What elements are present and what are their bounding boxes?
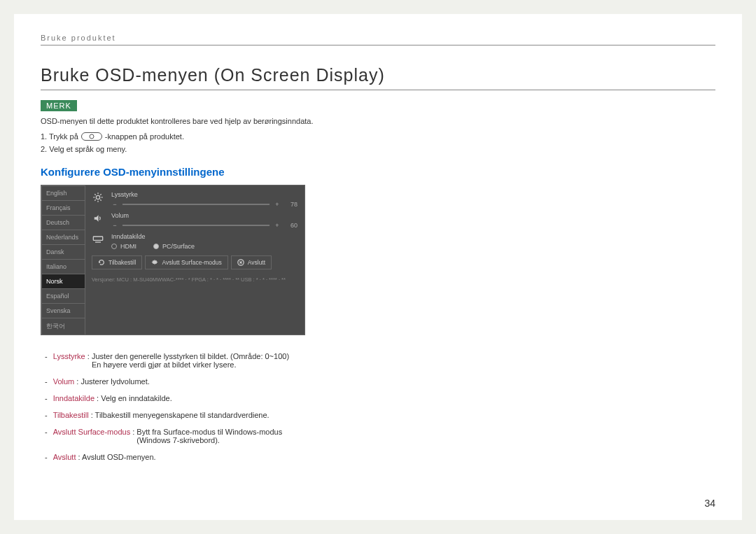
description-item: -Lysstyrke : Juster den generelle lyssty… xyxy=(41,352,715,369)
language-item[interactable]: Italiano xyxy=(41,259,85,274)
slider-track[interactable] xyxy=(122,225,270,226)
close-icon xyxy=(237,259,244,266)
svg-point-0 xyxy=(96,195,99,199)
language-item[interactable]: English xyxy=(41,185,85,201)
exit-surface-label: Avslutt Surface-modus xyxy=(162,259,221,266)
exit-label: Avslutt xyxy=(248,259,265,266)
input-label: Inndatakilde xyxy=(111,233,298,240)
dash: - xyxy=(45,352,48,369)
language-list: EnglishFrançaisDeutschNederlandsDanskIta… xyxy=(41,185,85,335)
page-number: 34 xyxy=(704,498,715,509)
exit-button[interactable]: Avslutt xyxy=(231,255,272,269)
svg-line-8 xyxy=(100,194,101,195)
osd-screenshot: EnglishFrançaisDeutschNederlandsDanskIta… xyxy=(41,185,305,335)
language-item[interactable]: Nederlands xyxy=(41,230,85,245)
language-item[interactable]: Français xyxy=(41,200,85,216)
volume-slider[interactable]: − + 60 xyxy=(111,222,298,229)
dash: - xyxy=(45,377,48,386)
section-header: Bruke produktet xyxy=(41,34,715,45)
dash: - xyxy=(45,428,48,444)
language-item[interactable]: Dansk xyxy=(41,244,85,260)
exit-surface-button[interactable]: Avslutt Surface-modus xyxy=(145,255,227,269)
reset-icon xyxy=(98,259,105,266)
minus-icon[interactable]: − xyxy=(111,201,118,208)
svg-rect-10 xyxy=(93,237,102,240)
volume-row: Volum − + 60 xyxy=(92,212,298,229)
radio-icon xyxy=(153,244,159,249)
svg-line-6 xyxy=(100,199,101,200)
brightness-value: 78 xyxy=(285,201,298,208)
brightness-icon xyxy=(92,191,104,204)
note-text: OSD-menyen til dette produktet kontrolle… xyxy=(41,117,715,125)
dash: - xyxy=(45,411,48,419)
note-badge: MERK xyxy=(41,100,77,111)
page-title: Bruke OSD-menyen (On Screen Display) xyxy=(41,65,715,90)
svg-line-5 xyxy=(94,194,95,195)
steps-list: 1. Trykk på -knappen på produktet. 2. Ve… xyxy=(41,132,715,153)
brightness-slider[interactable]: − + 78 xyxy=(111,201,298,208)
description-term: Inndatakilde xyxy=(53,394,97,402)
step-1-text-a: 1. Trykk på xyxy=(41,132,78,141)
description-list: -Lysstyrke : Juster den generelle lyssty… xyxy=(41,352,715,461)
language-item[interactable]: Español xyxy=(41,288,85,304)
gear-icon xyxy=(151,259,158,266)
description-term: Avslutt Surface-modus xyxy=(53,428,133,436)
volume-icon xyxy=(92,212,104,225)
description-body: Lysstyrke : Juster den generelle lysstyr… xyxy=(53,352,715,369)
input-row: Inndatakilde HDMI PC/Surface xyxy=(92,233,298,250)
radio-icon xyxy=(111,244,117,249)
reset-label: Tilbakestill xyxy=(108,259,136,266)
plus-icon[interactable]: + xyxy=(274,201,281,208)
svg-line-7 xyxy=(94,199,95,200)
language-item[interactable]: Svenska xyxy=(41,303,85,318)
version-text: Versjoner: MCU : M-SU40MWWAC-**** · * FP… xyxy=(92,276,298,283)
subsection-heading: Konfigurere OSD-menyinnstillingene xyxy=(41,166,715,178)
description-item: -Avslutt : Avslutt OSD-menyen. xyxy=(41,453,715,461)
input-hdmi[interactable]: HDMI xyxy=(111,243,136,250)
plus-icon[interactable]: + xyxy=(274,222,281,229)
volume-label: Volum xyxy=(111,212,298,219)
document-page: Bruke produktet Bruke OSD-menyen (On Scr… xyxy=(14,14,742,520)
product-button-icon xyxy=(81,132,102,141)
osd-controls: Lysstyrke − + 78 Volum − xyxy=(85,185,304,335)
description-item: -Volum : Justerer lydvolumet. xyxy=(41,377,715,386)
description-body: Tilbakestill : Tilbakestill menyegenskap… xyxy=(53,411,715,419)
volume-value: 60 xyxy=(285,222,298,229)
language-item[interactable]: 한국어 xyxy=(41,318,85,335)
description-item: -Avslutt Surface-modus : Bytt fra Surfac… xyxy=(41,428,715,444)
brightness-label: Lysstyrke xyxy=(111,191,298,198)
language-item[interactable]: Norsk xyxy=(41,274,85,289)
input-pcsurface[interactable]: PC/Surface xyxy=(153,243,195,250)
step-1-text-b: -knappen på produktet. xyxy=(105,132,184,141)
input-hdmi-label: HDMI xyxy=(120,243,136,250)
description-body: Inndatakilde : Velg en inndatakilde. xyxy=(53,394,715,402)
description-body: Volum : Justerer lydvolumet. xyxy=(53,377,715,386)
language-item[interactable]: Deutsch xyxy=(41,215,85,230)
description-term: Avslutt xyxy=(53,453,78,461)
osd-button-row: Tilbakestill Avslutt Surface-modus Avslu… xyxy=(92,255,298,269)
step-1: 1. Trykk på -knappen på produktet. xyxy=(41,132,715,141)
dash: - xyxy=(45,453,48,461)
slider-track[interactable] xyxy=(122,204,270,205)
dash: - xyxy=(45,394,48,402)
description-term: Tilbakestill xyxy=(53,411,91,419)
brightness-row: Lysstyrke − + 78 xyxy=(92,191,298,208)
description-item: -Tilbakestill : Tilbakestill menyegenska… xyxy=(41,411,715,419)
input-icon xyxy=(92,233,104,246)
svg-marker-9 xyxy=(94,215,99,221)
description-term: Volum xyxy=(53,377,77,386)
step-2: 2. Velg et språk og meny. xyxy=(41,145,715,153)
description-item: -Inndatakilde : Velg en inndatakilde. xyxy=(41,394,715,402)
reset-button[interactable]: Tilbakestill xyxy=(92,255,142,269)
minus-icon[interactable]: − xyxy=(111,222,118,229)
description-term: Lysstyrke xyxy=(53,352,88,360)
input-pcsurface-label: PC/Surface xyxy=(162,243,195,250)
description-body: Avslutt Surface-modus : Bytt fra Surface… xyxy=(53,428,715,444)
description-body: Avslutt : Avslutt OSD-menyen. xyxy=(53,453,715,461)
